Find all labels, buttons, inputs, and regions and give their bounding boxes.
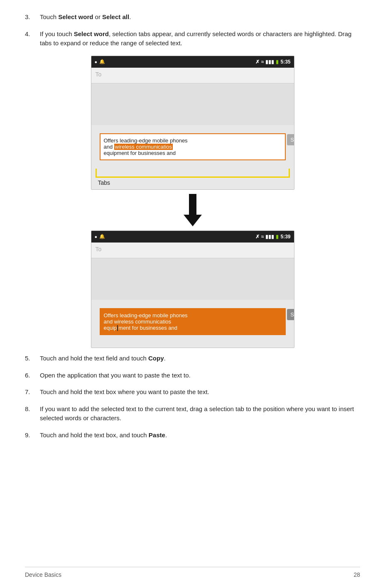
send-button-2[interactable]: Send xyxy=(287,309,294,320)
status-time-2: 5:39 xyxy=(280,234,290,240)
step-3-end: . xyxy=(129,13,131,20)
wifi-icon-2: ≈ xyxy=(261,234,264,240)
phone-body-2 xyxy=(91,258,294,300)
compose-line2-highlight-2: ireless communicatios xyxy=(118,318,171,325)
battery-icon-2: ▮ xyxy=(276,234,279,240)
compose-line2-plain-2: and w xyxy=(104,318,118,325)
phone-screenshot-2: ● 🔔 ✗ ≈ ▮▮▮ ▮ 5:39 To xyxy=(91,230,294,348)
compose-area-2: Offers leading-edge mobile phones and wi… xyxy=(100,308,286,336)
step-6: 6. Open the application that you want to… xyxy=(25,371,360,380)
wifi-icon: ≈ xyxy=(261,59,264,65)
cursor-2 xyxy=(117,325,118,331)
bottom-spacer-2 xyxy=(91,343,294,348)
phone-body-1 xyxy=(91,83,294,125)
step-9-bold1: Paste xyxy=(149,431,165,439)
bluetooth-icon: ✗ xyxy=(255,59,260,65)
step-5-num: 5. xyxy=(25,354,40,363)
step-5-end: . xyxy=(164,355,166,362)
send-button-1[interactable]: Send xyxy=(287,134,294,145)
tab-right-vertical xyxy=(289,169,290,178)
signal-icon: ▮▮▮ xyxy=(265,59,274,65)
compose-line2-plain-1: and xyxy=(104,144,114,150)
arrow-head xyxy=(184,215,202,226)
tab-horizontal xyxy=(97,176,289,178)
compose-line3-highlight-2: equip xyxy=(104,325,117,331)
compose-line1-2-highlight: Offers leading-edge mobile phones xyxy=(104,312,188,318)
footer: Device Basics 28 xyxy=(25,567,360,578)
compose-line3-end-2: ment for businesses and xyxy=(118,325,177,331)
step-7: 7. Touch and hold the text box where you… xyxy=(25,387,360,397)
status-right-1: ✗ ≈ ▮▮▮ ▮ 5:35 xyxy=(255,59,291,65)
compose-line1-2: Offers leading-edge mobile phones xyxy=(104,312,282,318)
step-4-num: 4. xyxy=(25,29,40,48)
step-8-content: If you want to add the selected text to … xyxy=(40,404,360,423)
step-9-end: . xyxy=(165,431,167,439)
footer-left: Device Basics xyxy=(25,571,61,578)
phone-screenshot-1: ● 🔔 ✗ ≈ ▮▮▮ ▮ 5:35 To xyxy=(91,56,294,190)
status-right-2: ✗ ≈ ▮▮▮ ▮ 5:39 xyxy=(255,234,291,240)
to-bar-2: To xyxy=(91,243,294,258)
bluetooth-icon-2: ✗ xyxy=(255,234,260,240)
page-content: 3. Touch Select word or Select all. 4. I… xyxy=(0,0,385,464)
battery-icon: ▮ xyxy=(276,59,279,65)
step-4-plain: If you touch xyxy=(40,30,74,37)
step-7-num: 7. xyxy=(25,387,40,397)
compose-line3-2: equipment for businesses and xyxy=(104,325,282,331)
step-4-bold1: Select word xyxy=(74,30,109,37)
to-bar-1: To xyxy=(91,68,294,83)
step-4: 4. If you touch Select word, selection t… xyxy=(25,29,360,48)
status-icons-left-2: ● 🔔 xyxy=(95,234,105,239)
step-3-bold1: Select word xyxy=(58,13,93,20)
step-6-content: Open the application that you want to pa… xyxy=(40,371,360,380)
tabs-label-text: Tabs xyxy=(98,179,110,186)
to-placeholder-2: To xyxy=(96,246,102,252)
signal-icon-2: ▮▮▮ xyxy=(265,234,274,240)
compose-line1-1: Offers leading-edge mobile phones xyxy=(104,137,282,144)
screenshot1-container: ● 🔔 ✗ ≈ ▮▮▮ ▮ 5:35 To xyxy=(25,56,360,348)
step-3-bold2: Select all xyxy=(102,13,129,20)
compose-line2-1: and wireless communicatios xyxy=(104,144,282,150)
step-3: 3. Touch Select word or Select all. xyxy=(25,12,360,22)
status-time-1: 5:35 xyxy=(280,59,290,65)
step-9-plain: Touch and hold the text box, and touch xyxy=(40,431,149,439)
silent-icon: 🔔 xyxy=(99,59,105,64)
step-9-num: 9. xyxy=(25,431,40,440)
arrow-body xyxy=(189,194,196,215)
status-bar-1: ● 🔔 ✗ ≈ ▮▮▮ ▮ 5:35 xyxy=(91,56,294,68)
status-bar-2: ● 🔔 ✗ ≈ ▮▮▮ ▮ 5:39 xyxy=(91,231,294,243)
compose-line2-highlight-1: wireless communicatios xyxy=(114,144,173,150)
compose-wrapper-1: Offers leading-edge mobile phones and wi… xyxy=(96,129,290,164)
step-3-content: Touch Select word or Select all. xyxy=(40,12,360,22)
compose-line2-2: and wireless communicatios xyxy=(104,318,282,325)
step-9: 9. Touch and hold the text box, and touc… xyxy=(25,431,360,440)
step-8: 8. If you want to add the selected text … xyxy=(25,404,360,423)
to-placeholder-1: To xyxy=(96,71,102,78)
step-6-num: 6. xyxy=(25,371,40,380)
compose-area-1: Offers leading-edge mobile phones and wi… xyxy=(100,133,286,160)
step-5-bold1: Copy xyxy=(148,355,164,362)
step-9-content: Touch and hold the text box, and touch P… xyxy=(40,431,360,440)
tabs-label-row: Tabs xyxy=(96,179,290,186)
step-5-plain: Touch and hold the text field and touch xyxy=(40,355,148,362)
footer-page-number: 28 xyxy=(353,571,360,578)
step-5-content: Touch and hold the text field and touch … xyxy=(40,354,360,363)
status-icons-left: ● 🔔 xyxy=(95,59,105,64)
sim-icon-2: ● xyxy=(95,234,98,239)
tabs-indicator-area: Tabs xyxy=(91,169,294,189)
step-8-num: 8. xyxy=(25,404,40,423)
big-arrow xyxy=(184,194,202,226)
tabs-bracket xyxy=(96,169,290,178)
step-3-or: or xyxy=(95,13,103,20)
sim-icon: ● xyxy=(95,59,98,64)
compose-line3-1: equipment for businesses and xyxy=(104,150,282,156)
step-3-num: 3. xyxy=(25,12,40,22)
compose-wrapper-2: Offers leading-edge mobile phones and wi… xyxy=(96,304,290,340)
silent-icon-2: 🔔 xyxy=(99,234,105,239)
step-5: 5. Touch and hold the text field and tou… xyxy=(25,354,360,363)
step-4-content: If you touch Select word, selection tabs… xyxy=(40,29,360,48)
step-7-content: Touch and hold the text box where you wa… xyxy=(40,387,360,397)
